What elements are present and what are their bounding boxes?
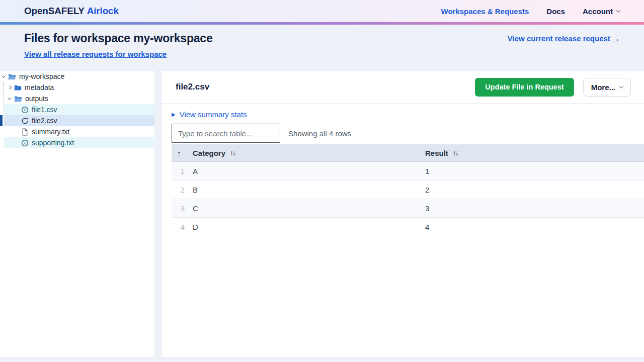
navbar: OpenSAFELYAirlock Workspaces & Requests … <box>0 0 644 22</box>
document-icon <box>21 128 29 136</box>
result-column-header[interactable]: Result ↑↓ <box>425 149 644 157</box>
tree-item-label: summary.txt <box>32 128 69 136</box>
page-title: Files for workspace my-workspace <box>24 32 213 45</box>
file-content-body: ▶ View summary stats Showing all 4 rows … <box>162 104 644 236</box>
file-detail-panel: file2.csv Update File in Request More...… <box>162 71 644 357</box>
update-file-in-request-button[interactable]: Update File in Request <box>475 78 574 97</box>
view-current-release-request-link[interactable]: View current release request → <box>508 34 620 43</box>
sort-ascending-icon: ↑ <box>177 149 181 157</box>
row-number: 4 <box>172 223 190 231</box>
nav-docs-link[interactable]: Docs <box>546 7 565 16</box>
category-cell: A <box>190 167 425 175</box>
tree-item-outputs[interactable]: outputs <box>0 93 154 104</box>
tree-item-label: file1.csv <box>32 106 57 114</box>
table-row: 2 B 2 <box>172 180 644 199</box>
chevron-down-icon <box>619 84 623 88</box>
table-row: 4 D 4 <box>172 218 644 236</box>
file-tree-sidebar: my-workspace metadata outputs file1.csv <box>0 71 154 357</box>
tree-item-label: my-workspace <box>19 72 64 80</box>
brand-primary: OpenSAFELY <box>24 6 85 16</box>
row-number: 2 <box>172 186 190 194</box>
nav-links: Workspaces & Requests Docs Account <box>441 7 620 16</box>
category-column-header[interactable]: Category ↑↓ <box>190 149 425 157</box>
view-summary-stats-toggle[interactable]: ▶ View summary stats <box>172 110 247 119</box>
tree-item-summary-txt[interactable]: summary.txt <box>4 126 154 137</box>
content-gap <box>154 71 162 357</box>
table-body: 1 A 1 2 B 2 3 C 3 4 <box>172 162 644 236</box>
file-detail-header: file2.csv Update File in Request More... <box>162 71 644 104</box>
brand-secondary: Airlock <box>87 6 119 16</box>
brand-logo[interactable]: OpenSAFELYAirlock <box>24 6 119 17</box>
restore-icon <box>21 117 29 125</box>
tree-item-file1-csv[interactable]: file1.csv <box>4 104 154 115</box>
circle-plus-icon <box>21 106 29 114</box>
result-cell: 4 <box>425 223 644 231</box>
tree-item-label: metadata <box>25 83 54 92</box>
column-header-label: Category <box>193 149 225 157</box>
summary-toggle-label: View summary stats <box>180 110 247 119</box>
chevron-down-icon <box>2 73 6 77</box>
folder-open-icon <box>14 96 22 102</box>
nav-account-menu[interactable]: Account <box>583 7 620 16</box>
chevron-right-icon <box>8 85 12 89</box>
tree-item-metadata[interactable]: metadata <box>0 82 154 93</box>
sort-both-icon: ↑↓ <box>453 149 458 157</box>
table-toolbar: Showing all 4 rows <box>172 124 644 143</box>
page-header: Files for workspace my-workspace View cu… <box>0 25 644 71</box>
circle-plus-icon <box>21 139 29 147</box>
sort-both-icon: ↑↓ <box>230 149 235 157</box>
folder-open-icon <box>8 73 16 80</box>
result-cell: 3 <box>425 204 644 213</box>
table-row: 3 C 3 <box>172 199 644 218</box>
tree-item-supporting-txt[interactable]: supporting.txt <box>4 137 154 148</box>
chevron-down-icon <box>8 96 12 100</box>
triangle-right-icon: ▶ <box>172 112 176 117</box>
rows-status: Showing all 4 rows <box>288 129 351 138</box>
tree-item-label: file2.csv <box>32 117 57 125</box>
data-table: ↑ Category ↑↓ Result ↑↓ 1 A 1 <box>172 144 644 236</box>
row-number-column-header[interactable]: ↑ <box>172 149 190 157</box>
table-header-row: ↑ Category ↑↓ Result ↑↓ <box>172 144 644 162</box>
more-button[interactable]: More... <box>583 78 631 97</box>
result-cell: 2 <box>425 186 644 194</box>
table-row: 1 A 1 <box>172 162 644 180</box>
table-search-input[interactable] <box>172 124 280 143</box>
column-header-label: Result <box>425 149 448 157</box>
tree-item-file2-csv[interactable]: file2.csv <box>4 115 154 126</box>
view-all-release-requests-link[interactable]: View all release requests for workspace <box>24 50 167 58</box>
category-cell: D <box>190 223 425 231</box>
file-title: file2.csv <box>176 82 209 92</box>
folder-closed-icon <box>14 84 22 91</box>
row-number: 1 <box>172 167 190 175</box>
content-area: my-workspace metadata outputs file1.csv <box>0 71 644 357</box>
tree-item-label: supporting.txt <box>32 139 74 147</box>
result-cell: 1 <box>425 167 644 175</box>
nav-account-label: Account <box>583 7 613 16</box>
category-cell: B <box>190 186 425 194</box>
row-number: 3 <box>172 204 190 213</box>
category-cell: C <box>190 204 425 213</box>
more-button-label: More... <box>591 83 615 92</box>
tree-item-my-workspace[interactable]: my-workspace <box>0 71 154 82</box>
chevron-down-icon <box>616 8 620 12</box>
tree-item-label: outputs <box>25 95 48 103</box>
nav-workspaces-requests-link[interactable]: Workspaces & Requests <box>441 7 529 16</box>
